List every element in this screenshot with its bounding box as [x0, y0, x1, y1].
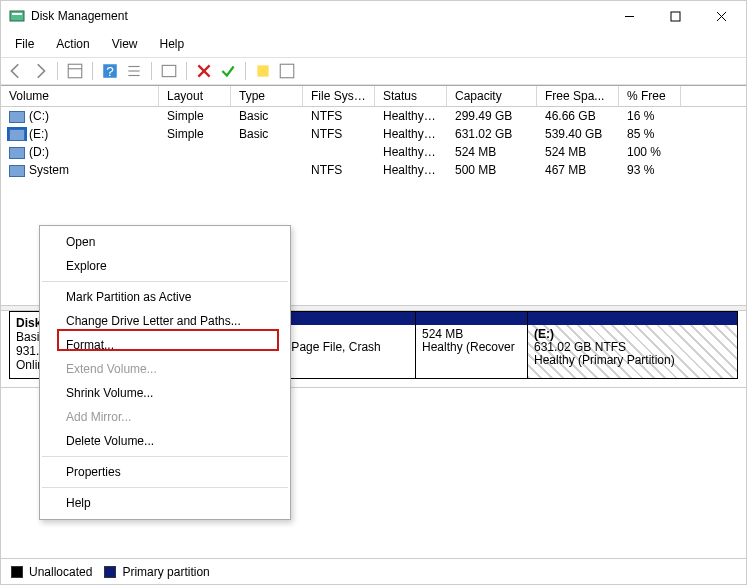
svg-rect-3 [671, 12, 680, 21]
toolbar: ? [1, 57, 746, 85]
volume-row[interactable]: (C:) Simple Basic NTFS Healthy (B... 299… [1, 107, 746, 125]
close-button[interactable] [698, 1, 744, 31]
ctx-properties[interactable]: Properties [40, 460, 290, 484]
svg-rect-0 [10, 11, 24, 21]
minimize-button[interactable] [606, 1, 652, 31]
forward-icon[interactable] [31, 62, 49, 80]
ctx-delete[interactable]: Delete Volume... [40, 429, 290, 453]
app-icon [9, 8, 25, 24]
ctx-shrink[interactable]: Shrink Volume... [40, 381, 290, 405]
menu-view[interactable]: View [102, 33, 148, 55]
partition[interactable]: 524 MB Healthy (Recover [416, 312, 528, 378]
disk-management-window: Disk Management File Action View Help ? … [0, 0, 747, 585]
back-icon[interactable] [7, 62, 25, 80]
volume-icon [9, 165, 25, 177]
delete-icon[interactable] [195, 62, 213, 80]
svg-rect-16 [257, 65, 268, 76]
ctx-mark-active[interactable]: Mark Partition as Active [40, 285, 290, 309]
ctx-add-mirror: Add Mirror... [40, 405, 290, 429]
ctx-format[interactable]: Format... [40, 333, 290, 357]
create-icon[interactable] [254, 62, 272, 80]
list-icon[interactable] [125, 62, 143, 80]
ctx-separator [42, 456, 288, 457]
ctx-change-letter[interactable]: Change Drive Letter and Paths... [40, 309, 290, 333]
col-type[interactable]: Type [231, 86, 303, 106]
svg-rect-1 [12, 13, 22, 15]
ctx-explore[interactable]: Explore [40, 254, 290, 278]
col-freespace[interactable]: Free Spa... [537, 86, 619, 106]
help-icon[interactable]: ? [101, 62, 119, 80]
properties-icon[interactable] [278, 62, 296, 80]
ctx-separator [42, 281, 288, 282]
window-title: Disk Management [31, 9, 606, 23]
menu-action[interactable]: Action [46, 33, 99, 55]
volume-row[interactable]: (E:) Simple Basic NTFS Healthy (P... 631… [1, 125, 746, 143]
col-filesystem[interactable]: File System [303, 86, 375, 106]
legend: Unallocated Primary partition [1, 558, 746, 584]
col-layout[interactable]: Layout [159, 86, 231, 106]
title-bar[interactable]: Disk Management [1, 1, 746, 31]
col-status[interactable]: Status [375, 86, 447, 106]
legend-unallocated-icon [11, 566, 23, 578]
details-icon[interactable] [66, 62, 84, 80]
partition-selected[interactable]: (E:) 631.02 GB NTFS Healthy (Primary Par… [528, 312, 737, 378]
volume-list: Volume Layout Type File System Status Ca… [1, 85, 746, 305]
svg-rect-6 [68, 64, 82, 78]
menu-file[interactable]: File [5, 33, 44, 55]
legend-primary-label: Primary partition [122, 565, 209, 579]
context-menu: Open Explore Mark Partition as Active Ch… [39, 225, 291, 520]
col-spacer [681, 86, 746, 106]
volume-row[interactable]: System NTFS Healthy (S... 500 MB 467 MB … [1, 161, 746, 179]
settings-icon[interactable] [160, 62, 178, 80]
volume-row[interactable]: (D:) Healthy (R... 524 MB 524 MB 100 % [1, 143, 746, 161]
col-capacity[interactable]: Capacity [447, 86, 537, 106]
volume-icon [9, 147, 25, 159]
volume-icon [9, 111, 25, 123]
menu-help[interactable]: Help [150, 33, 195, 55]
ctx-open[interactable]: Open [40, 230, 290, 254]
ctx-extend: Extend Volume... [40, 357, 290, 381]
ctx-separator [42, 487, 288, 488]
volume-icon [9, 129, 25, 141]
legend-primary-icon [104, 566, 116, 578]
menu-bar: File Action View Help [1, 31, 746, 57]
maximize-button[interactable] [652, 1, 698, 31]
column-headers: Volume Layout Type File System Status Ca… [1, 86, 746, 107]
ctx-help[interactable]: Help [40, 491, 290, 515]
svg-text:?: ? [106, 64, 114, 79]
check-icon[interactable] [219, 62, 237, 80]
svg-rect-13 [162, 65, 176, 76]
col-pctfree[interactable]: % Free [619, 86, 681, 106]
legend-unallocated-label: Unallocated [29, 565, 92, 579]
svg-rect-17 [280, 64, 294, 78]
col-volume[interactable]: Volume [1, 86, 159, 106]
